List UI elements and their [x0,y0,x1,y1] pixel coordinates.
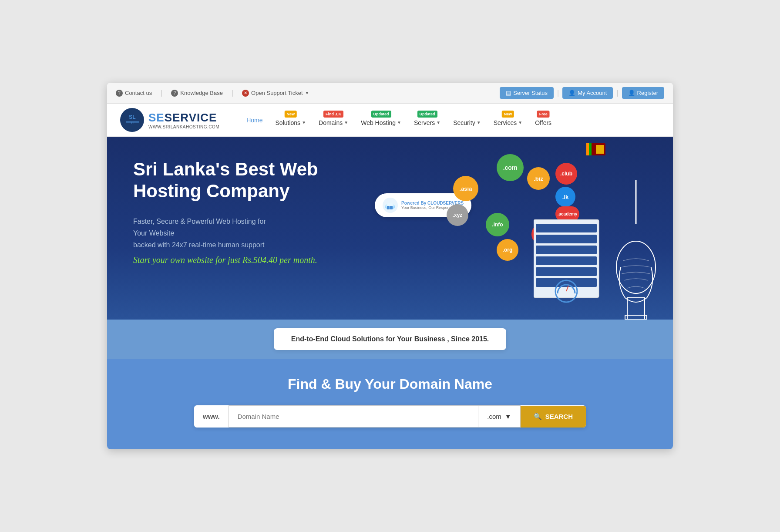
nav-items: Home New Solutions ▼ Find .LK Domains ▼ [241,111,660,130]
svg-rect-24 [536,267,597,276]
register-label: Register [637,90,658,96]
nav-services-label-row: Services ▼ [494,119,523,126]
nav-offers[interactable]: Free Offers [530,111,557,130]
nav-servers[interactable]: Updated Servers ▼ [409,111,446,130]
svg-point-16 [616,241,656,293]
svg-rect-14 [596,145,604,154]
nav-solutions-label-row: Solutions ▼ [276,119,306,126]
nav-web-hosting-label-row: Web Hosting ▼ [361,119,401,126]
my-account-label: My Account [578,90,607,96]
nav-web-hosting-inner: Updated Web Hosting ▼ [361,114,401,126]
search-icon: 🔍 [534,413,542,421]
bubbles-container: .com .asia .biz .xyz .info .club .lk .ne… [414,145,553,276]
server-rack-svg [534,219,603,306]
top-bar-right: ▤ Server Status | 👤 My Account | 👤 Regis… [500,87,664,99]
chevron-down-icon: ▼ [505,413,511,420]
bubble-org: .org [497,239,518,261]
hero-visual: Powered By CLOUDSERVERS Your Business, O… [362,137,673,320]
flag [586,143,605,157]
svg-rect-3 [126,121,139,123]
bubble-asia: .asia [453,176,478,201]
domain-search-bar: www. .com ▼ 🔍 SEARCH [194,405,586,428]
knowledge-base-link[interactable]: ? Knowledge Base [171,90,223,97]
server-icon: ▤ [506,90,511,96]
question-icon: ? [116,90,123,97]
nav-solutions-label: Solutions [276,119,301,126]
nav-services-inner: New Services ▼ [494,114,523,126]
nav-solutions-inner: New Solutions ▼ [276,114,306,126]
server-status-label: Server Status [513,90,548,96]
svg-text:SL: SL [129,114,135,120]
tower-svg [612,180,660,320]
chevron-services: ▼ [518,120,522,125]
chevron-domains: ▼ [344,120,348,125]
logo-circle: SL H [120,108,144,132]
domains-badge: Find .LK [323,111,343,118]
svg-rect-22 [536,246,597,254]
domain-search-button[interactable]: 🔍 SEARCH [521,406,586,428]
browser-window: ? Contact us | ? Knowledge Base | ✕ Open… [107,83,673,449]
domain-search-input[interactable] [229,405,479,428]
chevron-solutions: ▼ [302,120,306,125]
nav-web-hosting-label: Web Hosting [361,119,396,126]
bubble-xyz: .xyz [447,204,468,226]
nav-domains-inner: Find .LK Domains ▼ [319,114,348,126]
logo-url-text: WWW.SRILANKAHOSTING.COM [148,125,219,129]
chevron-servers: ▼ [436,120,440,125]
svg-rect-18 [625,315,647,320]
nav-solutions[interactable]: New Solutions ▼ [270,111,312,130]
cloud-icon [383,198,398,213]
domain-section-title: Find & Buy Your Domain Name [133,376,647,392]
knowledge-base-label: Knowledge Base [180,90,223,96]
x-icon: ✕ [242,90,249,97]
chevron-security: ▼ [477,120,481,125]
bubble-lk: .lk [555,187,575,207]
svg-point-0 [121,109,143,131]
nav-services[interactable]: New Services ▼ [488,111,528,130]
svg-rect-21 [536,235,597,243]
pipe-2: | [616,89,618,97]
svg-rect-23 [536,256,597,265]
user-icon: 👤 [568,90,575,96]
contact-us-link[interactable]: ? Contact us [116,90,152,97]
server-status-button[interactable]: ▤ Server Status [500,87,554,99]
nav-servers-inner: Updated Servers ▼ [414,114,440,126]
nav-domains[interactable]: Find .LK Domains ▼ [313,111,353,130]
question-icon-2: ? [171,90,178,97]
nav-web-hosting[interactable]: Updated Web Hosting ▼ [356,111,407,130]
nav-security-label: Security [453,119,475,126]
register-button[interactable]: 👤 Register [622,87,664,99]
nav-servers-label: Servers [414,119,435,126]
nav-domains-label: Domains [319,119,343,126]
services-badge: New [502,111,514,118]
open-ticket-label: Open Support Ticket [251,90,303,96]
bubble-biz: .biz [527,167,550,190]
logo-service-text: SESERVICE [148,111,219,125]
nav-security[interactable]: Security ▼ [448,111,486,130]
pipe-1: | [557,89,559,97]
nav-offers-label: Offers [535,119,551,126]
domain-extension-select[interactable]: .com ▼ [478,405,520,428]
top-bar: ? Contact us | ? Knowledge Base | ✕ Open… [107,83,673,104]
web-hosting-badge: Updated [371,111,391,118]
svg-rect-8 [387,206,390,209]
offers-badge: Free [537,111,550,118]
domain-search-btn-label: SEARCH [545,413,573,420]
my-account-button[interactable]: 👤 My Account [562,87,613,99]
nav-security-label-row: Security ▼ [453,119,481,126]
cloud-text-box: End-to-End Cloud Solutions for Your Busi… [274,328,507,350]
cloud-band-text: End-to-End Cloud Solutions for Your Busi… [291,335,489,343]
svg-rect-11 [586,143,589,155]
open-ticket-link[interactable]: ✕ Open Support Ticket ▼ [242,90,309,97]
nav-offers-inner: Free Offers [535,114,551,126]
nav-home[interactable]: Home [241,113,268,127]
domain-extension-label: .com [487,413,501,420]
nav-bar: SL H SESERVICE WWW.SRILANKAHOSTING.COM H… [107,104,673,137]
nav-domains-label-row: Domains ▼ [319,119,348,126]
bubble-club: .club [555,163,577,185]
hero-section: Sri Lanka's Best WebHosting Company Fast… [107,137,673,320]
svg-rect-9 [390,206,393,209]
domain-section: Find & Buy Your Domain Name www. .com ▼ … [107,359,673,449]
logo[interactable]: SL H SESERVICE WWW.SRILANKAHOSTING.COM [120,108,219,132]
contact-us-label: Contact us [125,90,152,96]
